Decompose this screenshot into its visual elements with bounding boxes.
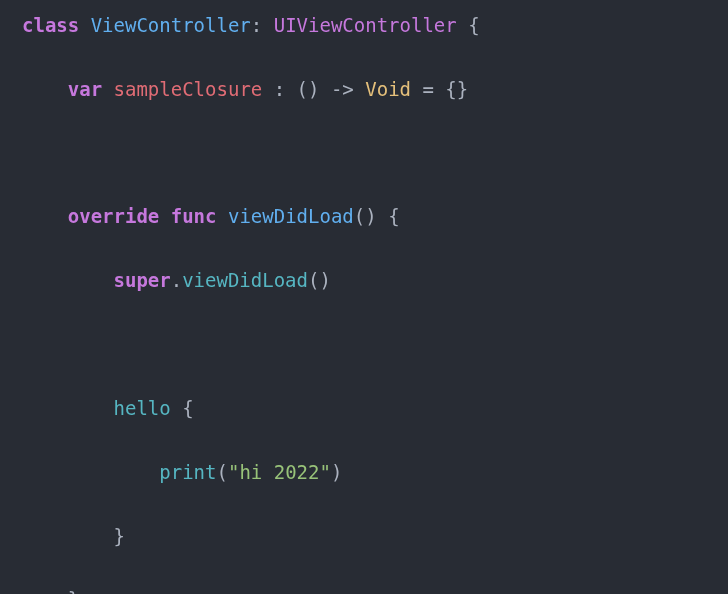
parens: () [354, 205, 377, 227]
method-call: viewDidLoad [182, 269, 308, 291]
code-line-8: print("hi 2022") [0, 457, 728, 489]
string-literal: "hi 2022" [228, 461, 331, 483]
arrow: -> [319, 78, 365, 100]
brace-close: } [114, 525, 125, 547]
void-type: Void [365, 78, 411, 100]
print-call: print [159, 461, 216, 483]
code-line-1: class ViewController: UIViewController { [0, 10, 728, 42]
code-line-2: var sampleClosure : () -> Void = {} [0, 74, 728, 106]
parens: () [297, 78, 320, 100]
colon: : [262, 78, 296, 100]
class-name: ViewController [91, 14, 251, 36]
keyword-override: override [68, 205, 160, 227]
keyword-class: class [22, 14, 79, 36]
var-name: sampleClosure [114, 78, 263, 100]
code-line-3 [0, 138, 728, 170]
keyword-func: func [171, 205, 217, 227]
code-line-7: hello { [0, 393, 728, 425]
code-line-5: super.viewDidLoad() [0, 265, 728, 297]
keyword-var: var [68, 78, 102, 100]
code-line-6 [0, 329, 728, 361]
hello-call: hello [114, 397, 171, 419]
brace-close: } [68, 588, 79, 594]
paren-close: ) [331, 461, 342, 483]
brace-open: { [388, 205, 399, 227]
empty-closure: {} [445, 78, 468, 100]
code-line-9: } [0, 521, 728, 553]
brace-open: { [468, 14, 479, 36]
equals: = [411, 78, 445, 100]
func-name: viewDidLoad [228, 205, 354, 227]
code-line-4: override func viewDidLoad() { [0, 201, 728, 233]
colon: : [251, 14, 262, 36]
brace-open: { [182, 397, 193, 419]
keyword-super: super [114, 269, 171, 291]
super-type: UIViewController [274, 14, 457, 36]
code-block: class ViewController: UIViewController {… [0, 10, 728, 594]
dot: . [171, 269, 182, 291]
code-line-10: } [0, 584, 728, 594]
paren-open: ( [216, 461, 227, 483]
parens: () [308, 269, 331, 291]
